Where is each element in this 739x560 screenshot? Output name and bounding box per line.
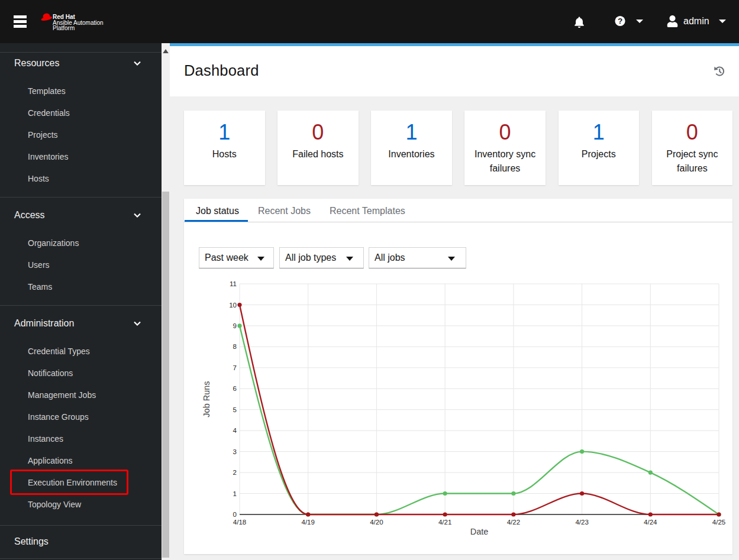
svg-text:4/22: 4/22 — [507, 519, 520, 526]
svg-text:Date: Date — [470, 527, 489, 536]
svg-text:1: 1 — [233, 490, 237, 497]
svg-text:9: 9 — [233, 322, 237, 329]
svg-text:0: 0 — [233, 511, 237, 518]
svg-text:4/23: 4/23 — [575, 519, 588, 526]
svg-text:11: 11 — [230, 280, 237, 287]
svg-text:8: 8 — [233, 343, 237, 350]
svg-text:4: 4 — [233, 427, 237, 434]
svg-text:4/20: 4/20 — [370, 519, 383, 526]
svg-text:?: ? — [618, 17, 622, 25]
svg-text:2: 2 — [233, 469, 237, 476]
svg-text:Job Runs: Job Runs — [202, 381, 211, 417]
svg-text:3: 3 — [233, 448, 237, 455]
svg-text:4/19: 4/19 — [302, 519, 315, 526]
svg-text:4/18: 4/18 — [233, 519, 246, 526]
svg-text:7: 7 — [233, 364, 237, 371]
svg-text:4/24: 4/24 — [644, 519, 657, 526]
svg-text:6: 6 — [233, 385, 237, 392]
svg-text:5: 5 — [233, 406, 237, 413]
svg-text:10: 10 — [229, 302, 237, 309]
svg-text:4/25: 4/25 — [712, 519, 725, 526]
svg-text:4/21: 4/21 — [438, 519, 451, 526]
